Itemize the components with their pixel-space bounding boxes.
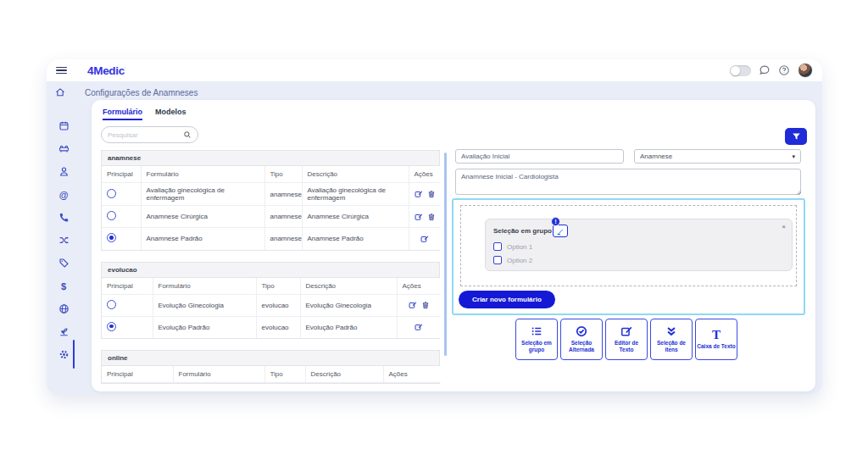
logo-bold: 4M	[87, 64, 103, 77]
table-row: Evolução Padrão evolucao Evolução Padrão	[102, 316, 441, 338]
widget-title: Seleção em grupo	[493, 227, 552, 235]
stretcher-icon[interactable]	[47, 137, 81, 160]
cell-descricao: Avaliação ginecológica de enfermagem	[302, 183, 409, 206]
tool-label: Editor de Texto	[607, 340, 646, 354]
dollar-icon[interactable]: $	[47, 275, 81, 297]
col-tipo: Tipo	[264, 166, 302, 183]
tab-modelos[interactable]: Modelos	[155, 108, 186, 120]
search-input[interactable]	[108, 131, 183, 139]
alert-badge: !	[551, 217, 560, 226]
settings-icon[interactable]	[47, 343, 81, 366]
tool-group-selection[interactable]: Seleção em grupo	[515, 319, 558, 360]
tool-text-editor[interactable]: Editor de Texto	[605, 319, 648, 360]
home-breadcrumb-icon[interactable]	[55, 87, 65, 97]
option-label: Option 2	[507, 257, 532, 264]
cell-tipo: anamnese	[264, 206, 302, 228]
tool-label: Caixa de Texto	[697, 343, 736, 350]
cell-formulario: Anamnese Cirúrgica	[141, 206, 264, 228]
table-header-row: Principal Formulário Tipo Descrição Açõe…	[102, 366, 441, 383]
option-label: Option 1	[507, 243, 532, 251]
help-icon[interactable]	[778, 64, 790, 76]
edit-action-icon[interactable]	[415, 213, 423, 221]
col-principal: Principal	[102, 166, 141, 183]
col-tipo: Tipo	[264, 366, 305, 383]
widget-toolbox: Seleção em grupo Seleção Alternada Edito…	[515, 319, 737, 360]
tool-label: Seleção Alternada	[562, 340, 601, 354]
tool-text-box[interactable]: T Caixa de Texto	[695, 319, 737, 360]
tool-alternate-selection[interactable]: Seleção Alternada	[560, 319, 603, 360]
form-builder-panel: Seleção em grupo ! × Option 1 Option 2	[452, 198, 805, 315]
tab-bar: Formulário Modelos	[103, 108, 186, 120]
calendar-icon[interactable]	[47, 114, 81, 137]
logo-mark: ’	[125, 65, 125, 70]
group-selection-widget[interactable]: Seleção em grupo ! × Option 1 Option 2	[485, 219, 793, 271]
form-name-input[interactable]	[455, 149, 624, 164]
edit-action-icon[interactable]	[420, 235, 429, 243]
chat-icon[interactable]	[759, 64, 771, 76]
widget-edit-button[interactable]: !	[553, 225, 568, 237]
text-T-icon: T	[712, 329, 721, 341]
builder-dropzone[interactable]: Seleção em grupo ! × Option 1 Option 2	[460, 205, 797, 286]
cell-descricao: Evolução Padrão	[300, 316, 397, 338]
logo-rest: edic	[103, 64, 125, 77]
table-row: Anamnese Padrão anamnese Anamnese Padrão	[102, 228, 441, 250]
tab-formulario[interactable]: Formulário	[103, 108, 142, 120]
option-checkbox[interactable]	[493, 242, 502, 251]
sidebar-rail: @ $	[47, 106, 81, 395]
create-form-button[interactable]: Criar novo formulário	[459, 291, 555, 308]
menu-icon[interactable]	[56, 67, 67, 75]
principal-radio[interactable]	[107, 189, 116, 198]
form-description-textarea[interactable]: Anamnese Inicial - Cardiologista	[455, 169, 801, 195]
col-formulario: Formulário	[153, 278, 256, 295]
table-anamnese: anamnese Principal Formulário Tipo Descr…	[101, 150, 440, 251]
edit-action-icon[interactable]	[409, 301, 417, 309]
delete-action-icon[interactable]	[427, 213, 436, 221]
cell-tipo: anamnese	[264, 228, 302, 250]
principal-radio[interactable]	[107, 211, 116, 220]
patient-icon[interactable]	[47, 160, 81, 183]
delete-action-icon[interactable]	[421, 301, 430, 309]
tables-scrollbar[interactable]	[444, 153, 447, 356]
chevron-down-icon: ▾	[792, 153, 795, 160]
shuffle-icon[interactable]	[47, 229, 81, 252]
option-checkbox[interactable]	[493, 256, 502, 264]
col-principal: Principal	[102, 278, 153, 295]
col-descricao: Descrição	[302, 166, 409, 183]
cell-descricao: Anamnese Padrão	[302, 228, 409, 250]
topbar-actions	[730, 63, 813, 78]
globe-icon[interactable]	[47, 297, 81, 320]
table-online: online Principal Formulário Tipo Descriç…	[101, 350, 440, 384]
tool-item-selection[interactable]: Seleção de itens	[650, 319, 693, 360]
cell-formulario: Evolução Ginecologia	[153, 294, 256, 316]
cell-formulario: Avaliação ginecológica de enfermagem	[141, 183, 264, 206]
growth-icon[interactable]	[47, 320, 81, 343]
table-header-row: Principal Formulário Tipo Descrição Açõe…	[102, 166, 441, 183]
edit-action-icon[interactable]	[415, 323, 423, 331]
col-descricao: Descrição	[300, 278, 397, 295]
cell-tipo: evolucao	[256, 316, 300, 338]
table-row: Evolução Ginecologia evolucao Evolução G…	[102, 294, 441, 316]
search-icon	[183, 130, 192, 139]
form-type-select[interactable]: Anamnese ▾	[634, 149, 801, 164]
user-avatar[interactable]	[798, 63, 813, 78]
tool-label: Seleção em grupo	[517, 340, 556, 354]
list-icon	[531, 325, 542, 337]
tool-label: Seleção de itens	[652, 340, 691, 354]
theme-toggle[interactable]	[730, 65, 751, 76]
tag-icon[interactable]	[47, 252, 81, 275]
principal-radio[interactable]	[107, 322, 116, 331]
delete-action-icon[interactable]	[427, 190, 436, 198]
page-title: Configurações de Anamneses	[85, 88, 198, 97]
widget-header: Seleção em grupo !	[493, 225, 784, 237]
filter-button[interactable]	[785, 128, 807, 145]
pencil-icon	[556, 227, 565, 236]
at-sign-icon[interactable]: @	[47, 183, 81, 206]
edit-action-icon[interactable]	[415, 190, 423, 198]
edit-square-icon	[620, 325, 632, 337]
phone-icon[interactable]	[47, 206, 81, 229]
filter-icon	[792, 132, 801, 141]
principal-radio[interactable]	[107, 233, 116, 242]
principal-radio[interactable]	[107, 300, 116, 309]
col-principal: Principal	[102, 366, 173, 383]
widget-close-icon[interactable]: ×	[782, 223, 786, 230]
